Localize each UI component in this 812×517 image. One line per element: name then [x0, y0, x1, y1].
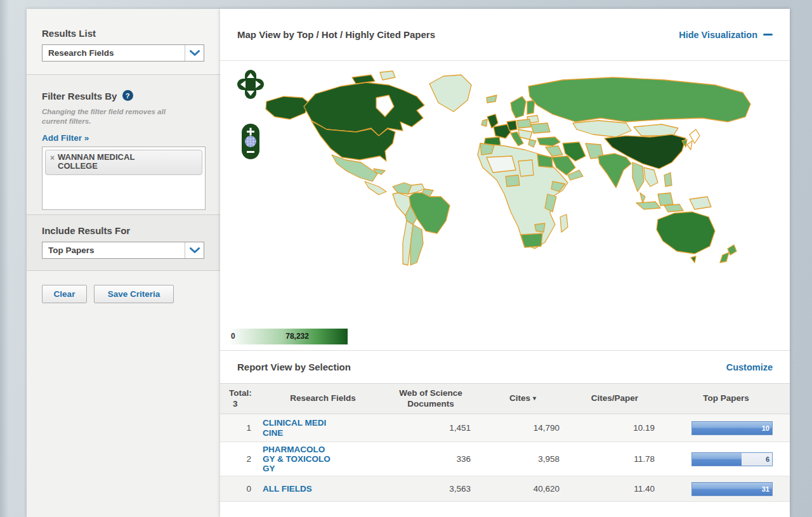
zoom-out-icon [247, 151, 254, 153]
country-malaysia [640, 193, 645, 203]
row-rank: 1 [220, 414, 263, 442]
map-color-legend: 0 78,232 [228, 329, 348, 344]
country-ireland [481, 119, 487, 126]
include-results-selected-value: Top Papers [43, 245, 185, 255]
world-map-area: 0 78,232 [220, 61, 790, 350]
country-philippines [664, 173, 672, 187]
country-turkey [537, 137, 560, 146]
country-egypt [537, 154, 553, 167]
clear-button[interactable]: Clear [42, 285, 87, 303]
col-header-wos-documents[interactable]: Web of Science Documents [383, 384, 478, 414]
table-row: 1 CLINICAL MEDICINE 1,451 14,790 10.19 1… [220, 414, 790, 442]
documents-value: 1,451 [383, 414, 478, 442]
include-results-heading: Include Results For [42, 225, 205, 236]
country-zimbabwe [535, 223, 545, 232]
minus-icon [763, 34, 773, 36]
country-indonesia [636, 202, 660, 209]
country-myanmar-thailand [632, 162, 644, 192]
tasmania [691, 256, 696, 263]
active-filters-box: × WANNAN MEDICAL COLLEGE [42, 147, 206, 210]
include-results-select[interactable]: Top Papers [42, 242, 204, 259]
results-list-section: Results List Research Fields [27, 9, 220, 74]
map-view-header: Map View by Top / Hot / Highly Cited Pap… [220, 9, 790, 61]
country-mongolia [634, 124, 678, 136]
country-finland [527, 100, 535, 114]
results-list-select[interactable]: Research Fields [42, 44, 204, 62]
cites-per-paper-value: 10.19 [567, 414, 662, 442]
top-papers-value: 10 [762, 424, 769, 432]
documents-value: 336 [383, 442, 478, 476]
world-choropleth-map[interactable] [220, 61, 790, 350]
legend-max-value: 78,232 [285, 332, 309, 341]
cites-per-paper-value: 11.40 [567, 476, 662, 502]
country-madagascar [560, 214, 568, 232]
country-ukraine [531, 123, 550, 133]
col-header-cites-per-paper[interactable]: Cites/Paper [567, 384, 662, 414]
top-papers-bar: 10 [691, 421, 773, 435]
save-criteria-button[interactable]: Save Criteria [94, 285, 174, 303]
add-filter-link[interactable]: Add Filter » [42, 133, 89, 143]
map-view-title: Map View by Top / Hot / Highly Cited Pap… [237, 29, 435, 40]
field-link[interactable]: PHARMACOLOGY & TOXICOLOGY [263, 445, 331, 473]
chevron-down-icon[interactable] [185, 45, 204, 61]
include-results-section: Include Results For Top Papers [27, 214, 220, 270]
main-content: Map View by Top / Hot / Highly Cited Pap… [220, 9, 790, 517]
field-link[interactable]: ALL FIELDS [263, 484, 312, 494]
arctic-islands [380, 71, 395, 80]
table-row: 2 PHARMACOLOGY & TOXICOLOGY 336 3,958 11… [220, 442, 790, 476]
central-america [365, 181, 386, 195]
country-kazakhstan [573, 121, 631, 137]
report-table: Total: 3 Research Fields Web of Science … [220, 383, 790, 502]
cites-value: 14,790 [478, 414, 567, 442]
country-vietnam [644, 167, 658, 187]
results-list-selected-value: Research Fields [43, 48, 185, 58]
filter-note: Changing the filter field removes all cu… [42, 107, 188, 127]
country-south-africa [521, 233, 542, 247]
country-chad-sudan [518, 160, 534, 176]
country-india [598, 154, 631, 188]
hide-visualization-link[interactable]: Hide Visualization [679, 30, 773, 40]
field-link[interactable]: CLINICAL MEDICINE [263, 418, 331, 437]
country-indonesia-east [664, 204, 683, 212]
country-poland [517, 119, 531, 128]
cites-value: 40,620 [478, 476, 567, 502]
country-new-zealand-south [720, 252, 729, 263]
country-iraq-syria [546, 146, 563, 156]
report-view-header: Report View by Selection Customize [220, 350, 790, 383]
top-papers-value: 6 [766, 455, 769, 463]
chevron-down-icon[interactable] [185, 242, 204, 258]
country-alaska [266, 96, 309, 119]
row-rank: 0 [220, 476, 263, 502]
top-papers-value: 31 [762, 485, 769, 493]
sort-descending-icon: ▾ [533, 395, 536, 402]
table-row: 0 ALL FIELDS 3,563 40,620 11.40 31 [220, 476, 790, 502]
col-header-research-fields[interactable]: Research Fields [263, 384, 383, 414]
col-header-top-papers[interactable]: Top Papers [662, 384, 790, 414]
filter-chip-label: WANNAN MEDICAL COLLEGE [58, 153, 143, 171]
top-papers-bar: 6 [691, 452, 773, 466]
col-header-cites-sorted[interactable]: Cites ▾ [478, 384, 567, 414]
remove-filter-icon[interactable]: × [50, 154, 55, 162]
country-norway-sweden [511, 96, 526, 118]
map-zoom-control[interactable] [241, 123, 260, 160]
report-table-header-row: Total: 3 Research Fields Web of Science … [220, 384, 790, 414]
filter-results-section: Filter Results By ? Changing the filter … [27, 74, 220, 214]
cites-value: 3,958 [478, 442, 567, 476]
customize-link[interactable]: Customize [726, 362, 773, 372]
map-pan-control[interactable] [237, 70, 264, 99]
results-list-heading: Results List [42, 28, 205, 39]
country-iceland [487, 95, 497, 103]
actions-section: Clear Save Criteria [27, 270, 220, 517]
total-count: Total: 3 [220, 384, 263, 414]
row-rank: 2 [220, 442, 263, 476]
documents-value: 3,563 [383, 476, 478, 502]
country-nigeria [506, 175, 520, 187]
cites-per-paper-value: 11.78 [567, 442, 662, 476]
filter-chip[interactable]: × WANNAN MEDICAL COLLEGE [45, 150, 202, 175]
country-borneo [658, 193, 673, 206]
country-greenland [429, 75, 471, 112]
help-icon[interactable]: ? [122, 90, 133, 101]
top-papers-bar: 31 [691, 482, 773, 496]
report-view-title: Report View by Selection [237, 362, 351, 372]
country-png [690, 197, 711, 209]
